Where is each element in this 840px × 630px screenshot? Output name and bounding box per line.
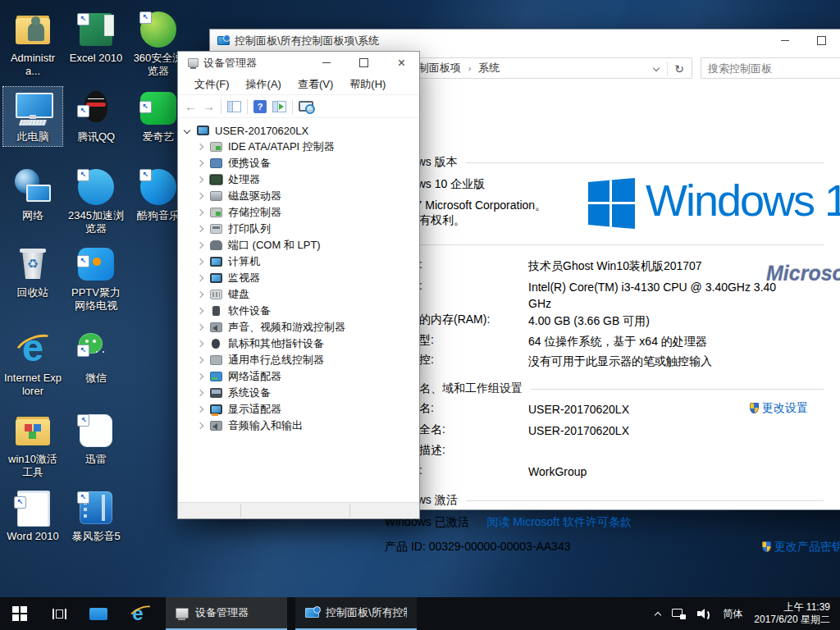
desktop-icon-internet-explorer[interactable]: Internet Explorer xyxy=(3,328,62,400)
device-tree-item[interactable]: 通用串行总线控制器 xyxy=(178,352,419,368)
device-tree-item[interactable]: 系统设备 xyxy=(178,385,419,401)
pinned-ie-button[interactable]: e xyxy=(118,597,158,630)
action-pane-icon[interactable] xyxy=(272,101,286,112)
device-tree-item[interactable]: 端口 (COM 和 LPT) xyxy=(178,237,419,253)
expand-chevron-icon[interactable] xyxy=(197,373,203,380)
expand-chevron-icon[interactable] xyxy=(197,176,203,183)
hidden-icons-chevron-icon[interactable] xyxy=(655,612,661,619)
clock[interactable]: 上午 11:39 2017/6/20 星期二 xyxy=(754,601,830,626)
taskbar-button-control-panel[interactable]: 控制面板\所有控制... xyxy=(295,597,417,630)
device-tree-item[interactable]: 显示适配器 xyxy=(178,401,419,418)
scan-hardware-changes-icon[interactable] xyxy=(299,101,313,112)
device-tree-item[interactable]: 存储控制器 xyxy=(178,204,419,221)
pinned-this-pc-button[interactable] xyxy=(79,597,118,630)
desktop-icon-network[interactable]: 网络 xyxy=(3,166,62,225)
system-info-row: 已安装的内存(RAM):4.00 GB (3.66 GB 可用) xyxy=(385,313,783,329)
device-tree-item[interactable]: 磁盘驱动器 xyxy=(178,188,419,204)
device-manager-icon xyxy=(176,608,189,619)
expand-chevron-icon[interactable] xyxy=(197,160,203,167)
expand-chevron-icon[interactable] xyxy=(197,209,203,216)
close-button[interactable] xyxy=(383,52,420,74)
system-tray: 简体 上午 11:39 2017/6/20 星期二 xyxy=(655,597,840,630)
device-tree-item[interactable]: 计算机 xyxy=(178,253,419,270)
refresh-icon[interactable]: ↻ xyxy=(668,62,691,75)
desktop-icon-win10-activator[interactable]: win10激活工具 xyxy=(3,409,62,482)
maximize-button[interactable] xyxy=(345,52,382,74)
address-dropdown-button[interactable] xyxy=(646,63,667,75)
start-button[interactable] xyxy=(0,597,39,630)
mouse-icon xyxy=(212,339,220,349)
change-settings-link[interactable]: 更改设置 xyxy=(762,401,808,414)
breadcrumb-item-system[interactable]: 系统 xyxy=(478,61,500,75)
desktop-icon-wechat[interactable]: 微信 xyxy=(66,328,126,387)
system-window-titlebar[interactable]: 控制面板\所有控制面板项\系统 xyxy=(210,30,840,52)
device-tree-item[interactable]: 打印队列 xyxy=(178,221,419,237)
desktop-icon-thunder[interactable]: 迅雷 xyxy=(66,409,126,468)
expand-chevron-icon[interactable] xyxy=(197,308,203,314)
change-product-key-link[interactable]: 更改产品密钥 xyxy=(774,540,840,553)
menu-help[interactable]: 帮助(H) xyxy=(341,74,394,95)
desktop-icon-recycle-bin[interactable]: 回收站 xyxy=(3,243,62,302)
device-tree-item[interactable]: IDE ATA/ATAPI 控制器 xyxy=(178,139,419,155)
expand-chevron-icon[interactable] xyxy=(197,291,203,298)
minimize-button[interactable] xyxy=(766,30,803,52)
desktop-icon-administrator[interactable]: Administra... xyxy=(3,8,62,80)
expand-chevron-icon[interactable] xyxy=(184,127,190,134)
menu-file[interactable]: 文件(F) xyxy=(186,74,238,95)
task-view-button[interactable] xyxy=(39,597,79,630)
expand-chevron-icon[interactable] xyxy=(197,193,203,199)
expand-chevron-icon[interactable] xyxy=(197,275,203,281)
desktop-icon-2345-browser[interactable]: 2345加速浏览器 xyxy=(66,166,126,238)
maximize-button[interactable] xyxy=(803,30,840,52)
device-tree-item[interactable]: 网络适配器 xyxy=(178,368,419,385)
desktop-icon-pptv[interactable]: PPTV聚力 网络电视 xyxy=(66,243,126,315)
device-tree-root[interactable]: USER-20170620LX xyxy=(178,122,419,139)
expand-chevron-icon[interactable] xyxy=(197,144,203,150)
back-icon[interactable]: ← xyxy=(185,100,197,112)
expand-chevron-icon[interactable] xyxy=(197,242,203,249)
forward-icon[interactable]: → xyxy=(203,100,215,112)
desktop-icon-tencent-qq[interactable]: 腾讯QQ xyxy=(66,87,126,146)
expand-chevron-icon[interactable] xyxy=(197,324,203,331)
device-tree-item[interactable]: 处理器 xyxy=(178,171,419,188)
show-console-tree-icon[interactable] xyxy=(227,101,241,112)
device-tree-item[interactable]: 鼠标和其他指针设备 xyxy=(178,336,419,352)
ime-indicator[interactable]: 简体 xyxy=(723,607,742,621)
expand-chevron-icon[interactable] xyxy=(197,340,203,347)
expand-chevron-icon[interactable] xyxy=(197,258,203,265)
system-info-row: 制造商:技术员Ghost Win10装机版201707 xyxy=(385,258,783,274)
desktop-icon-this-pc[interactable]: 此电脑 xyxy=(3,87,62,146)
row-value: Intel(R) Core(TM) i3-4130 CPU @ 3.40GHz … xyxy=(528,279,783,312)
expand-chevron-icon[interactable] xyxy=(197,406,203,413)
control-panel-icon xyxy=(305,608,319,618)
search-input[interactable] xyxy=(701,57,840,79)
tree-item-label: USER-20170620LX xyxy=(215,125,308,137)
device-tree-item[interactable]: 便携设备 xyxy=(178,155,419,171)
network-icon[interactable] xyxy=(672,609,686,619)
device-tree-item[interactable]: 软件设备 xyxy=(178,303,419,319)
recycle-bin-icon xyxy=(13,244,52,284)
minimize-button[interactable] xyxy=(308,52,345,74)
volume-icon[interactable] xyxy=(697,608,711,619)
license-terms-link[interactable]: 阅读 Microsoft 软件许可条款 xyxy=(486,515,632,528)
desktop-icon-excel-2010[interactable]: Excel 2010 xyxy=(66,8,126,67)
device-tree-item[interactable]: 声音、视频和游戏控制器 xyxy=(178,319,419,336)
desktop-icon-baofeng-player[interactable]: 暴风影音5 xyxy=(66,486,126,546)
device-tree-item[interactable]: 音频输入和输出 xyxy=(178,418,419,434)
disk-drive-icon xyxy=(210,191,222,201)
activation-status-row: Windows 已激活 阅读 Microsoft 软件许可条款 xyxy=(385,515,632,530)
usb-controller-icon xyxy=(210,355,222,365)
desktop-icon-word-2010[interactable]: Word 2010 xyxy=(3,486,62,546)
device-tree-item[interactable]: 监视器 xyxy=(178,270,419,286)
expand-chevron-icon[interactable] xyxy=(197,357,203,363)
win10-activator-icon xyxy=(13,411,52,450)
expand-chevron-icon[interactable] xyxy=(197,226,203,232)
device-tree-item[interactable]: 键盘 xyxy=(178,286,419,303)
menu-action[interactable]: 操作(A) xyxy=(238,74,290,95)
taskbar-button-device-manager[interactable]: 设备管理器 xyxy=(166,597,287,630)
help-icon[interactable]: ? xyxy=(253,100,267,113)
system-info-row: 笔和触控:没有可用于此显示器的笔或触控输入 xyxy=(385,353,783,369)
menu-view[interactable]: 查看(V) xyxy=(290,74,341,95)
expand-chevron-icon[interactable] xyxy=(197,422,203,429)
expand-chevron-icon[interactable] xyxy=(197,390,203,396)
